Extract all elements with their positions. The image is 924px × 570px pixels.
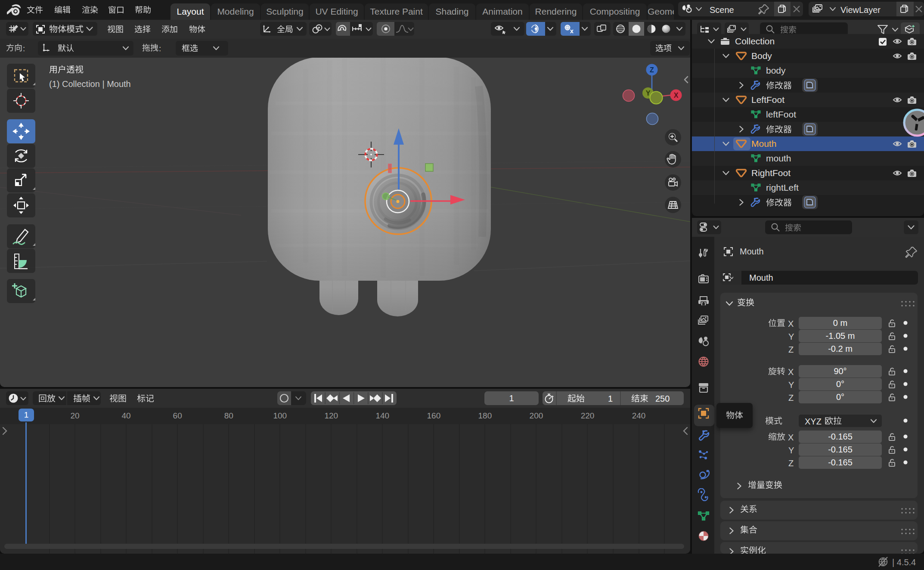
svg-text:Y: Y bbox=[646, 90, 651, 97]
svg-text:X: X bbox=[674, 92, 679, 99]
svg-text:Z: Z bbox=[650, 66, 654, 74]
